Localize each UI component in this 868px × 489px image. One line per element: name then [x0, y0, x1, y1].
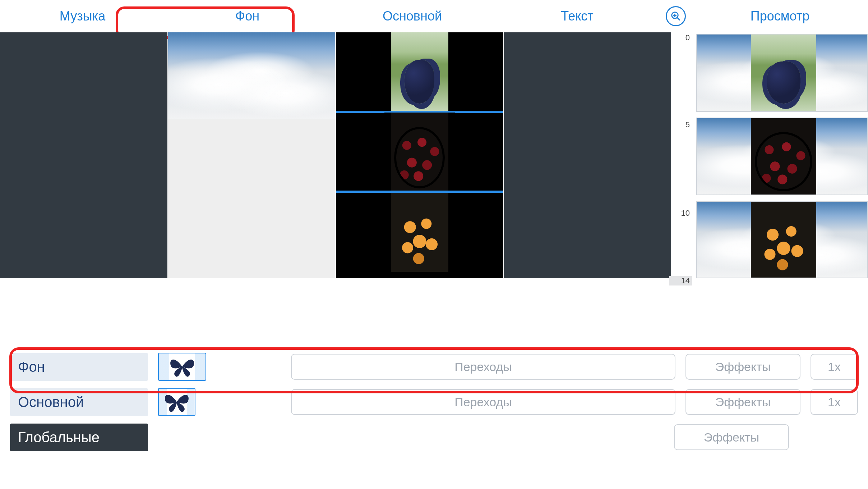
preview-column: [692, 32, 868, 278]
grapes-image: [751, 35, 816, 111]
preview-center: [751, 202, 816, 278]
music-track[interactable]: [0, 32, 167, 278]
speed-button[interactable]: 1x: [811, 354, 858, 380]
timeline-tracks: [0, 32, 672, 278]
animation-butterfly-button[interactable]: [158, 388, 195, 416]
cherries-image: [391, 113, 448, 192]
tab-main[interactable]: Основной: [330, 4, 495, 28]
background-clip-clouds[interactable]: [168, 32, 336, 119]
preview-thumb-cherries[interactable]: [696, 118, 868, 195]
row-label-global[interactable]: Глобальные: [10, 424, 148, 451]
main-clip-cherries[interactable]: [384, 113, 455, 192]
ruler-mark: 5: [685, 120, 690, 129]
zoom-button-container: [660, 6, 692, 26]
effects-button[interactable]: Эффекты: [685, 354, 800, 380]
effects-button[interactable]: Эффекты: [674, 424, 789, 450]
ruler-current-time: 14: [669, 276, 692, 285]
tab-background[interactable]: Фон: [165, 4, 330, 28]
butterfly-icon: [168, 356, 197, 378]
cherries-image: [751, 118, 816, 194]
transitions-button[interactable]: Переходы: [291, 354, 675, 380]
tab-preview[interactable]: Просмотр: [692, 9, 868, 24]
time-ruler[interactable]: 0 5 10 14: [672, 32, 692, 278]
preview-thumb-tangerines[interactable]: [696, 201, 868, 278]
effects-button[interactable]: Эффекты: [685, 389, 800, 415]
text-track[interactable]: [504, 32, 671, 278]
row-global: Глобальные Эффекты: [10, 421, 858, 454]
row-label-main[interactable]: Основной: [10, 388, 148, 416]
speed-button[interactable]: 1x: [811, 389, 858, 415]
zoom-icon: [670, 11, 681, 22]
tab-music[interactable]: Музыка: [0, 4, 165, 28]
main-clip-grapes[interactable]: [384, 32, 455, 111]
svg-line-1: [677, 18, 680, 20]
animation-butterfly-button[interactable]: [158, 353, 206, 381]
ruler-mark: 10: [681, 209, 690, 218]
tab-text[interactable]: Текст: [495, 4, 660, 28]
top-tabs: Музыка Фон Основной Текст Просмотр: [0, 0, 868, 32]
transitions-button[interactable]: Переходы: [291, 389, 675, 415]
main-area: 0 5 10 14: [0, 32, 868, 278]
ruler-mark: 0: [685, 33, 690, 42]
grapes-image: [391, 32, 448, 111]
preview-center: [751, 35, 816, 111]
tangerines-image: [751, 202, 816, 278]
preview-thumb-grapes[interactable]: [696, 34, 868, 112]
bottom-panel: Фон Переходы Эффекты 1x Основной Переход…: [0, 350, 868, 454]
row-background: Фон Переходы Эффекты 1x: [10, 350, 858, 383]
preview-center: [751, 118, 816, 194]
tangerines-image: [391, 193, 448, 272]
zoom-button[interactable]: [666, 6, 686, 26]
butterfly-icon: [162, 391, 191, 413]
main-track[interactable]: [336, 32, 503, 278]
row-main: Основной Переходы Эффекты 1x: [10, 385, 858, 419]
main-clip-tangerines[interactable]: [384, 193, 455, 272]
row-label-background[interactable]: Фон: [10, 353, 148, 381]
background-track[interactable]: [168, 32, 336, 278]
